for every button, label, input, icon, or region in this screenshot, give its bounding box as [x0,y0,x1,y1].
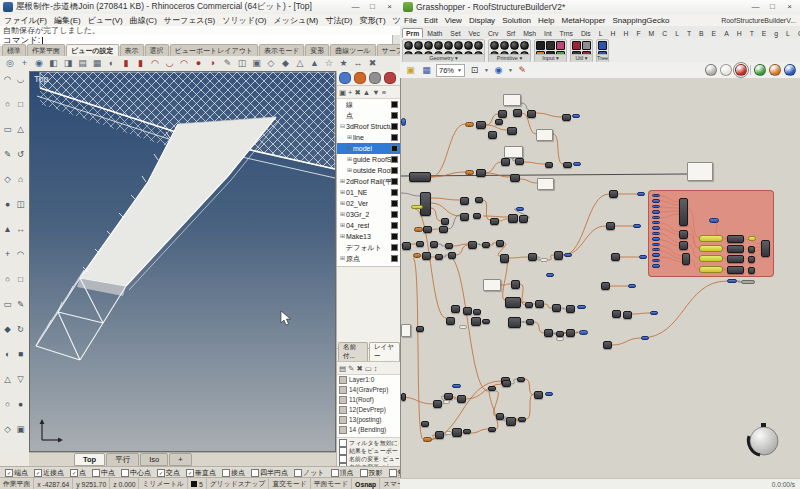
rhino-menu-item[interactable]: ビュー(V) [88,15,123,26]
gh-node-value[interactable] [445,431,452,435]
gh-node-component[interactable] [435,254,443,260]
gh-component-tab[interactable]: H [619,28,632,38]
gh-node-component[interactable] [609,190,618,198]
layer-color-swatch[interactable] [391,255,398,262]
gh-component-tab[interactable]: Prm [402,28,423,38]
gh-node-component[interactable] [501,158,510,166]
osnap-item[interactable]: ✓垂直点 [185,468,216,478]
expand-icon[interactable]: ⊞ [339,220,346,231]
layer-color-swatch[interactable] [391,178,398,185]
chevron-down-icon[interactable]: ▼ [484,67,489,73]
layers-toolbar-icon[interactable]: ≡ [382,88,386,97]
gh-node-slider-item[interactable] [652,199,660,202]
gh-menu-item[interactable]: SnappingGecko [613,16,670,25]
views-list-item[interactable]: 14 (Bending) [337,425,400,435]
layers-toolbar-icon[interactable]: ✖ [354,88,360,97]
cplane-button[interactable]: 作業平面 [0,478,34,489]
osnap-checkbox[interactable]: ✓ [5,469,13,477]
component-icon[interactable] [598,41,607,50]
gh-node-component[interactable] [761,240,770,257]
active-layer-chip[interactable]: 5 [188,478,207,489]
help-panel-icon[interactable] [384,72,396,84]
osnap-item[interactable]: ✓近接点 [33,468,64,478]
gh-node-component[interactable] [451,305,460,313]
gh-node-component[interactable] [488,131,497,139]
gh-node-value[interactable] [459,325,467,329]
gh-component-tab[interactable]: F [632,28,644,38]
sidebar-tool-icon[interactable]: ○ [2,273,14,285]
layer-row[interactable]: ⊞Make13 [337,231,400,242]
gh-node-slider[interactable] [699,266,723,273]
gh-node-component[interactable] [517,377,525,382]
gh-component-tab[interactable]: H [733,28,746,38]
gh-component-tab[interactable]: Dis [577,28,595,38]
gh-component-tab[interactable]: E [758,28,771,38]
toolbar-icon[interactable]: ● [192,57,206,70]
gh-component-tab[interactable]: T [683,28,695,38]
gh-node-component[interactable] [552,304,561,312]
layer-row[interactable]: ⊞outside RoofSrf [337,165,400,176]
rhino-menu-item[interactable]: 寸法(D) [325,15,352,26]
toolbar-icon[interactable]: ▣ [250,57,264,70]
component-icon[interactable] [424,41,433,50]
gh-component-tab[interactable]: Srf [502,28,519,38]
gh-node-component[interactable] [500,254,509,263]
rhino-minimize-button[interactable]: — [347,1,364,13]
properties-panel-icon[interactable] [339,72,351,84]
toolbar-icon[interactable]: ↔ [351,57,365,70]
viewport-title[interactable]: Top [34,74,49,84]
osnap-checkbox[interactable] [360,469,368,477]
gh-node-component[interactable] [611,253,620,261]
gh-node-toggle[interactable] [650,311,658,315]
gh-node-panel[interactable] [536,129,553,141]
gh-node-component[interactable] [401,393,406,401]
gh-component-tab[interactable]: Msh [519,28,540,38]
gh-node-component[interactable] [496,413,504,420]
gh-node-component[interactable] [544,329,553,337]
gh-node-slider-item[interactable] [652,259,660,262]
expand-icon[interactable]: ⊞ [339,253,346,264]
expand-icon[interactable]: ⊞ [339,176,346,187]
gh-node-component[interactable] [473,309,481,315]
gh-node-component[interactable] [498,110,507,118]
component-icon[interactable] [546,41,555,50]
gh-node-component[interactable] [679,230,688,239]
gh-node-panel[interactable] [401,324,411,337]
preview-eye-icon[interactable]: ◉ [492,64,505,76]
checkbox[interactable] [339,447,347,455]
gh-node-slider-item[interactable] [652,232,660,235]
wireframe-sphere-icon[interactable] [705,64,717,76]
gh-node-slider-item[interactable] [652,194,660,197]
gh-node-slider-item[interactable] [652,264,660,267]
osnap-checkbox[interactable]: ✓ [157,469,165,477]
gh-node-number[interactable] [465,170,474,175]
gh-node-number[interactable] [414,227,423,232]
viewport-tab[interactable]: 平行 [106,453,139,467]
layer-row[interactable]: ⊞01_NE [337,187,400,198]
sidebar-tool-icon[interactable]: ○ [2,398,14,410]
gh-node-component[interactable] [471,317,481,326]
gh-node-toggle[interactable] [516,207,524,211]
toolbar-icon[interactable]: ▲ [308,57,322,70]
gh-node-panel[interactable] [504,146,523,158]
blue-sphere-icon[interactable] [784,64,796,76]
layer-color-swatch[interactable] [391,123,398,130]
gh-node-slider-item[interactable] [652,221,660,224]
gh-node-component[interactable] [748,267,755,274]
osnap-item[interactable]: 無効 [388,468,401,478]
save-file-icon[interactable]: ▦ [420,64,433,76]
views-toolbar-icon[interactable]: ✎ [348,364,354,373]
layer-color-swatch[interactable] [391,156,398,163]
layer-color-swatch[interactable] [391,244,398,251]
osnap-item[interactable]: 四半円点 [250,468,288,478]
gh-node-toggle[interactable] [639,255,647,259]
views-panel-tab[interactable]: レイヤー [369,342,400,361]
gh-node-component[interactable] [510,174,520,182]
osnap-item[interactable]: 接点 [221,468,245,478]
sidebar-tool-icon[interactable]: ⌂ [15,173,27,185]
toolbar-icon[interactable]: ◎ [3,57,17,70]
gh-node-component[interactable] [463,429,471,434]
gh-node-component[interactable] [416,241,424,247]
layers-toolbar-icon[interactable]: ▣ [339,88,346,97]
gh-node-component[interactable] [528,253,537,261]
